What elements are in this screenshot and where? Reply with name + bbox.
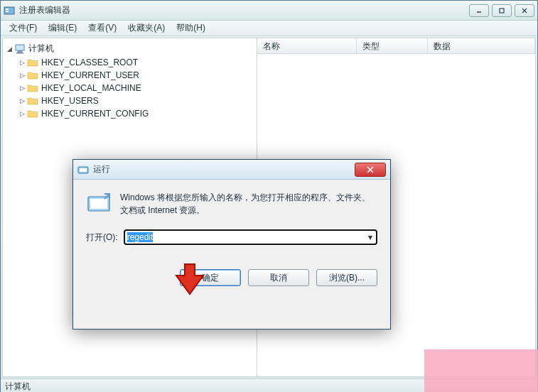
svg-rect-1: [6, 9, 9, 10]
tree-item[interactable]: ▷ HKEY_USERS: [16, 94, 257, 107]
run-dialog: 运行 Windows 将根据您所输入的名称，为您打开相应的程序、文件夹、文档或 …: [72, 159, 391, 330]
folder-icon: [27, 109, 38, 119]
menu-view[interactable]: 查看(V): [82, 21, 122, 36]
svg-rect-4: [500, 9, 504, 13]
open-input[interactable]: [124, 229, 377, 245]
expand-icon[interactable]: ▷: [18, 110, 26, 117]
dialog-close-button[interactable]: [355, 163, 386, 177]
menu-file[interactable]: 文件(F): [4, 21, 43, 36]
menubar: 文件(F) 编辑(E) 查看(V) 收藏夹(A) 帮助(H): [1, 21, 537, 36]
menu-favorites[interactable]: 收藏夹(A): [122, 21, 171, 36]
tree-item-label[interactable]: HKEY_LOCAL_MACHINE: [41, 83, 141, 93]
folder-icon: [27, 58, 38, 67]
dialog-description: Windows 将根据您所输入的名称，为您打开相应的程序、文件夹、文档或 Int…: [120, 191, 377, 217]
open-combobox[interactable]: ▾: [124, 229, 377, 245]
expand-icon[interactable]: ▷: [18, 97, 26, 104]
open-label: 打开(O):: [86, 232, 118, 244]
collapse-icon[interactable]: ◢: [6, 45, 13, 53]
column-name[interactable]: 名称: [257, 38, 357, 53]
tree-item-label[interactable]: HKEY_CURRENT_USER: [41, 70, 139, 80]
svg-rect-9: [16, 53, 23, 54]
status-text: 计算机: [5, 381, 31, 392]
svg-rect-11: [80, 168, 87, 172]
run-icon: [77, 164, 89, 175]
column-data[interactable]: 数据: [428, 38, 535, 53]
maximize-button[interactable]: [492, 4, 512, 17]
ok-button[interactable]: 确定: [180, 269, 241, 286]
svg-rect-2: [6, 11, 9, 12]
expand-icon[interactable]: ▷: [18, 72, 26, 79]
menu-help[interactable]: 帮助(H): [171, 21, 211, 36]
expand-icon[interactable]: ▷: [18, 85, 26, 92]
tree-item[interactable]: ▷ HKEY_CLASSES_ROOT: [16, 56, 257, 69]
tree-item[interactable]: ▷ HKEY_CURRENT_CONFIG: [16, 107, 257, 120]
column-type[interactable]: 类型: [357, 38, 428, 53]
window-title: 注册表编辑器: [19, 4, 469, 16]
expand-icon[interactable]: ▷: [18, 59, 26, 66]
browse-button[interactable]: 浏览(B)...: [316, 269, 377, 286]
svg-rect-7: [16, 45, 24, 50]
dropdown-arrow-icon[interactable]: ▾: [365, 231, 376, 244]
tree-root-label[interactable]: 计算机: [28, 43, 54, 55]
minimize-button[interactable]: [469, 4, 489, 17]
tree-item-label[interactable]: HKEY_CLASSES_ROOT: [41, 58, 138, 67]
svg-rect-15: [90, 199, 107, 209]
menu-edit[interactable]: 编辑(E): [43, 21, 82, 36]
tree-item[interactable]: ▷ HKEY_CURRENT_USER: [16, 69, 257, 82]
cancel-button[interactable]: 取消: [248, 269, 309, 286]
dialog-titlebar[interactable]: 运行: [73, 160, 390, 180]
computer-icon: [14, 44, 26, 54]
tree-item-label[interactable]: HKEY_USERS: [41, 96, 99, 106]
titlebar[interactable]: 注册表编辑器: [1, 1, 537, 21]
tree-item[interactable]: ▷ HKEY_LOCAL_MACHINE: [16, 82, 257, 94]
svg-rect-8: [18, 51, 22, 53]
run-large-icon: [86, 191, 112, 217]
folder-icon: [27, 96, 38, 106]
folder-icon: [27, 70, 38, 80]
tree-item-label[interactable]: HKEY_CURRENT_CONFIG: [41, 109, 149, 119]
folder-icon: [27, 83, 38, 93]
list-header: 名称 类型 数据: [257, 38, 535, 54]
watermark-overlay: [424, 349, 538, 392]
app-icon: [4, 5, 15, 16]
dialog-title: 运行: [93, 163, 355, 175]
tree-root[interactable]: ◢ 计算机: [3, 41, 257, 56]
close-button[interactable]: [515, 4, 534, 17]
